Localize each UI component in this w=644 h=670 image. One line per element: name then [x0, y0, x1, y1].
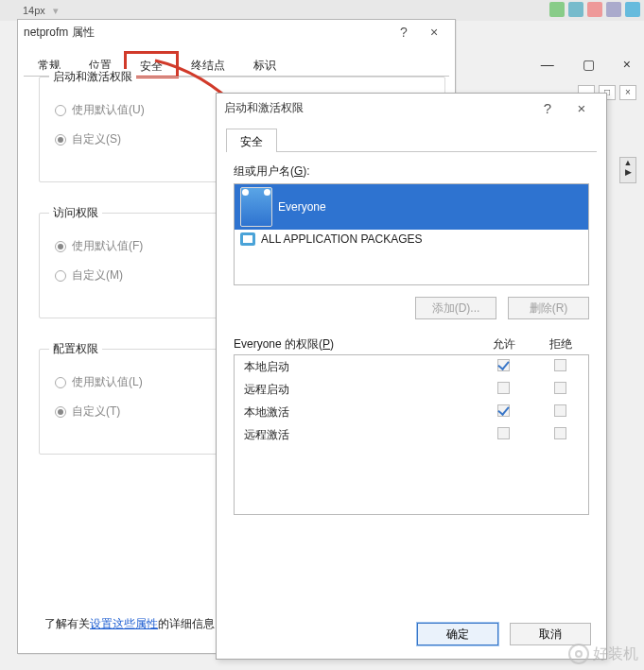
permissions-dialog: 启动和激活权限 ? × 安全 组或用户名(G): Everyone ALL AP… [216, 93, 607, 660]
close-icon: × [618, 55, 636, 74]
watermark: 好装机 [568, 644, 638, 664]
principal-everyone[interactable]: Everyone [235, 184, 588, 230]
dlg2-help-button[interactable]: ? [531, 100, 565, 116]
principal-label: Everyone [278, 200, 326, 214]
col-deny: 拒绝 [532, 336, 589, 352]
dlg1-close-button[interactable]: × [419, 25, 449, 40]
checkbox-allow[interactable] [497, 382, 510, 394]
dlg2-title: 启动和激活权限 [224, 100, 531, 116]
perm-remote-activate: 远程激活 [235, 423, 588, 446]
ok-button[interactable]: 确定 [417, 623, 498, 645]
dlg2-titlebar[interactable]: 启动和激活权限 ? × [217, 94, 606, 122]
permissions-header: Everyone 的权限(P) 允许 拒绝 [234, 336, 589, 352]
background-window-controls: —▢× [535, 55, 636, 74]
learn-more-link[interactable]: 设置这些属性 [90, 617, 158, 630]
package-icon [240, 232, 255, 246]
dlg1-help-button[interactable]: ? [389, 25, 419, 40]
tab-endpoints[interactable]: 终结点 [177, 52, 239, 76]
perm-remote-launch: 远程启动 [235, 378, 588, 401]
toolbar-icons-hint [549, 2, 640, 17]
checkbox-deny[interactable] [554, 427, 566, 439]
group-launch-title: 启动和激活权限 [49, 69, 136, 85]
dlg2-tab-security[interactable]: 安全 [226, 129, 277, 152]
minimize-icon: — [535, 55, 560, 74]
permissions-list: 本地启动 远程启动 本地激活 远程激活 [234, 354, 589, 515]
add-button[interactable]: 添加(D)... [415, 297, 496, 319]
principal-label: ALL APPLICATION PACKAGES [261, 232, 423, 246]
dlg1-titlebar[interactable]: netprofm 属性 ? × [18, 20, 455, 44]
checkbox-allow[interactable] [497, 427, 510, 439]
checkbox-deny[interactable] [554, 382, 566, 394]
perm-local-activate: 本地激活 [235, 401, 588, 423]
checkbox-allow[interactable] [497, 359, 510, 371]
group-icon [240, 187, 272, 227]
checkbox-allow[interactable] [497, 404, 510, 417]
principal-all-app-packages[interactable]: ALL APPLICATION PACKAGES [235, 230, 588, 249]
group-access-title: 访问权限 [49, 205, 102, 221]
principals-label: 组或用户名(G): [234, 163, 589, 180]
cancel-button[interactable]: 取消 [510, 623, 591, 645]
principals-listbox[interactable]: Everyone ALL APPLICATION PACKAGES [234, 183, 589, 285]
checkbox-deny[interactable] [554, 359, 566, 371]
app-toolbar-hint: 14px▾ [0, 0, 644, 21]
dlg2-close-button[interactable]: × [565, 100, 599, 116]
scrollbar-hint [619, 157, 636, 183]
remove-button[interactable]: 删除(R) [508, 297, 589, 319]
tab-identity[interactable]: 标识 [239, 52, 290, 76]
col-allow: 允许 [476, 336, 532, 352]
watermark-logo-icon [568, 644, 589, 664]
maximize-icon: ▢ [577, 55, 600, 74]
perm-local-launch: 本地启动 [235, 355, 588, 378]
group-config-title: 配置权限 [49, 341, 102, 357]
dlg1-title: netprofm 属性 [24, 25, 389, 41]
checkbox-deny[interactable] [554, 404, 566, 417]
dlg2-tabs: 安全 [226, 128, 597, 152]
dlg1-footer: 了解有关设置这些属性的详细信息。 [44, 616, 226, 632]
